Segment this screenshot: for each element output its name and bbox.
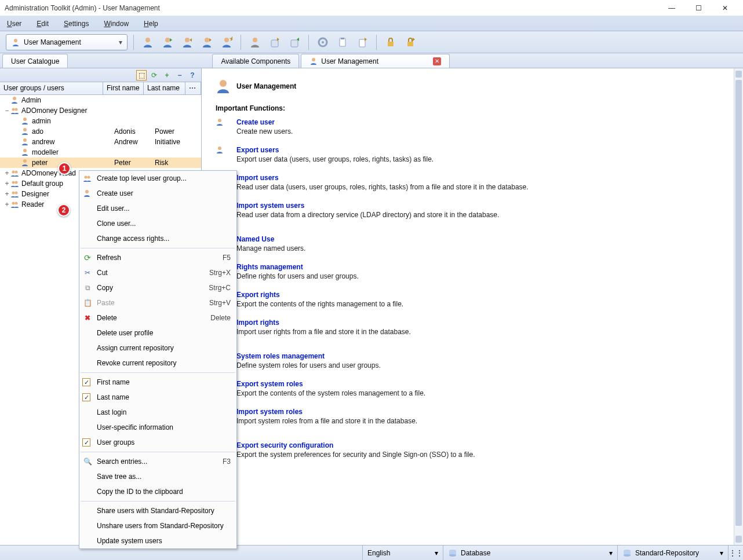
menu-item-label: User-specific information <box>97 423 231 431</box>
close-button[interactable]: ✕ <box>712 0 738 16</box>
expand-icon[interactable]: + <box>3 169 10 177</box>
expand-icon[interactable]: − <box>3 107 10 115</box>
menu-item[interactable]: Assign current repository <box>79 341 236 356</box>
status-repository[interactable]: Standard-Repository▾ <box>617 546 728 560</box>
context-menu[interactable]: Create top level user group...Create use… <box>79 170 237 549</box>
scroll-down-icon[interactable] <box>735 536 742 543</box>
menu-item[interactable]: ✂CutStrg+X <box>79 265 236 280</box>
function-link[interactable]: Export users <box>236 146 434 154</box>
row-first-name: Peter <box>114 159 155 167</box>
tb-roles-icon[interactable] <box>315 34 331 50</box>
menu-item[interactable]: 🔍Search entries...F3 <box>79 454 236 469</box>
tab-user-catalogue[interactable]: User Catalogue <box>2 54 68 68</box>
hierarchy-icon[interactable]: ⬚ <box>136 70 147 80</box>
menu-item[interactable]: Clone user... <box>79 216 236 231</box>
menu-label: ettings <box>68 20 89 28</box>
menu-item[interactable]: Share users with Standard-Repository <box>79 503 236 518</box>
tree-row[interactable]: modeller <box>0 147 201 158</box>
menu-item[interactable]: Copy the ID to the clipboard <box>79 484 236 499</box>
menu-item[interactable]: ⟳RefreshF5 <box>79 250 236 265</box>
separator <box>241 35 241 50</box>
function-desc: Export the contents of the rights manage… <box>236 300 403 308</box>
tb-rights-export-icon[interactable] <box>267 34 283 50</box>
tb-rights-import-icon[interactable] <box>286 34 303 50</box>
function-link[interactable]: Export security configuration <box>236 441 475 449</box>
col-first-name[interactable]: First name <box>103 82 144 94</box>
tb-security-icon[interactable] <box>383 34 399 50</box>
menu-item-shortcut: Strg+C <box>209 284 231 292</box>
function-link[interactable]: Named Use <box>236 235 305 243</box>
menu-item-label: Assign current repository <box>97 344 231 352</box>
tree-row[interactable]: peterPeterRisk <box>0 158 201 168</box>
expand-icon[interactable]: + <box>3 200 10 208</box>
menu-item[interactable]: ✖DeleteDelete <box>79 310 236 325</box>
function-link[interactable]: Import users <box>236 174 529 182</box>
group-icon <box>82 173 93 184</box>
menu-window[interactable]: Window <box>100 19 132 29</box>
menu-item[interactable]: ✓User groups <box>79 435 236 450</box>
scroll-up-icon[interactable] <box>735 71 742 78</box>
copy-icon: ⧉ <box>82 283 93 293</box>
menu-item[interactable]: Update system users <box>79 533 236 548</box>
menu-item[interactable]: Create top level user group... <box>79 171 236 186</box>
menu-item[interactable]: ✓Last name <box>79 390 236 405</box>
tb-rights-icon[interactable] <box>247 34 263 50</box>
col-last-name[interactable]: Last name <box>144 82 185 94</box>
maximize-button[interactable]: ☐ <box>685 0 712 16</box>
menu-item[interactable]: Create user <box>79 186 236 201</box>
tree-row[interactable]: admin <box>0 116 201 126</box>
tree-row[interactable]: andrewAndrewInitiative <box>0 137 201 147</box>
function-link[interactable]: Export rights <box>236 291 403 299</box>
tb-roles-export-icon[interactable] <box>354 34 370 50</box>
menu-user[interactable]: User <box>3 19 25 29</box>
function-link[interactable]: Import system roles <box>236 408 417 416</box>
col-extra[interactable]: ⋯ <box>185 82 201 94</box>
menu-edit[interactable]: Edit <box>33 19 52 29</box>
minimize-button[interactable]: — <box>658 0 685 16</box>
expand-icon[interactable]: + <box>3 190 10 198</box>
tree-row[interactable]: −ADOmoney Designer <box>0 105 201 116</box>
menu-help[interactable]: Help <box>140 19 162 29</box>
add-icon[interactable]: + <box>162 70 172 80</box>
function-link[interactable]: Import rights <box>236 319 411 327</box>
tree-row[interactable]: adoAdonisPower <box>0 126 201 137</box>
menu-item[interactable]: Edit user... <box>79 201 236 216</box>
menu-settings[interactable]: Settings <box>60 19 92 29</box>
menu-item[interactable]: ⧉CopyStrg+C <box>79 280 236 295</box>
tab-user-management[interactable]: User Management ✕ <box>301 54 450 68</box>
tab-available-components[interactable]: Available Components <box>212 54 299 68</box>
function-link[interactable]: Import system users <box>236 202 499 210</box>
tb-user-star-icon[interactable]: ★ <box>218 34 235 50</box>
menu-item[interactable]: User-specific information <box>79 420 236 435</box>
function-link[interactable]: Rights management <box>236 263 359 271</box>
svg-rect-13 <box>341 38 344 39</box>
toolkit-selector[interactable]: User Management ▾ <box>6 34 128 50</box>
expand-icon[interactable]: + <box>3 180 10 188</box>
menu-item[interactable]: Revoke current repository <box>79 356 236 371</box>
tb-security-export-icon[interactable] <box>402 34 418 50</box>
menu-item[interactable]: ✓First name <box>79 375 236 390</box>
tree-row[interactable]: Admin <box>0 95 201 105</box>
col-users[interactable]: User groups / users <box>0 82 103 94</box>
menu-item[interactable]: Unshare users from Standard-Repository <box>79 518 236 533</box>
status-language[interactable]: English▾ <box>362 546 443 560</box>
menu-item[interactable]: Last login <box>79 405 236 420</box>
remove-icon[interactable]: − <box>174 70 185 80</box>
menu-item[interactable]: Delete user profile <box>79 325 236 341</box>
tb-user-export-icon[interactable] <box>199 34 215 50</box>
status-database[interactable]: Database▾ <box>443 546 617 560</box>
function-link[interactable]: System roles management <box>236 352 381 360</box>
vertical-scrollbar[interactable] <box>734 68 743 545</box>
help-icon[interactable]: ? <box>187 70 198 80</box>
refresh-icon[interactable]: ⟳ <box>149 70 159 80</box>
tb-roles-clipboard-icon[interactable] <box>334 34 351 50</box>
tb-user-import-icon[interactable] <box>179 34 195 50</box>
menu-item[interactable]: Save tree as... <box>79 469 236 484</box>
menu-item[interactable]: Change access rights... <box>79 231 236 246</box>
function-link[interactable]: Create user <box>236 118 293 126</box>
scroll-thumb[interactable] <box>735 80 742 526</box>
tb-user-blue-icon[interactable] <box>140 34 156 50</box>
tb-user-green-icon[interactable] <box>159 34 176 50</box>
function-link[interactable]: Export system roles <box>236 380 425 388</box>
tab-close-icon[interactable]: ✕ <box>433 57 441 65</box>
